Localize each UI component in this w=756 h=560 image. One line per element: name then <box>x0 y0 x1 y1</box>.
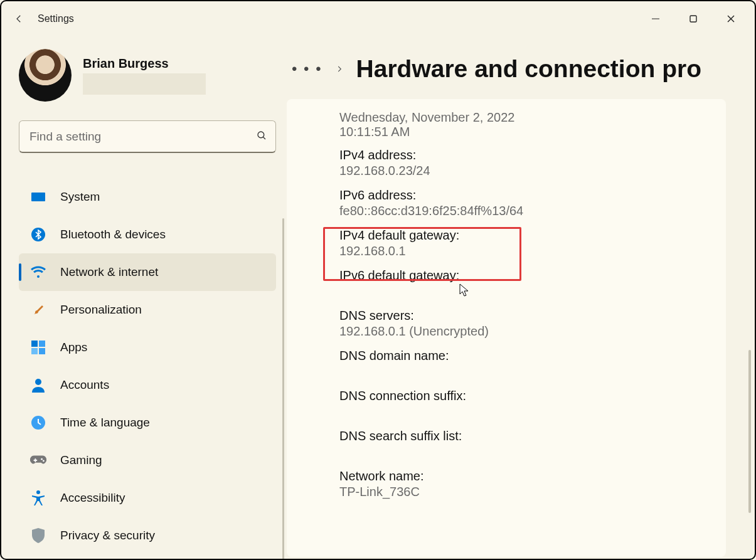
user-icon <box>30 377 46 393</box>
ipv4-address-label: IPv4 address: <box>339 143 726 162</box>
chevron-right-icon <box>335 62 344 77</box>
close-button[interactable] <box>712 6 750 31</box>
content-area: • • • Hardware and connection pro Wednes… <box>287 36 755 559</box>
svg-rect-10 <box>31 348 38 354</box>
svg-rect-8 <box>31 341 38 347</box>
sidebar-item-network[interactable]: Network & internet <box>19 253 276 291</box>
ipv6-gateway-value <box>339 283 726 304</box>
network-name-value: TP-Link_736C <box>339 483 726 504</box>
bluetooth-icon <box>30 226 46 243</box>
ipv4-gateway-label: IPv4 default gateway: <box>339 223 726 243</box>
maximize-button[interactable] <box>674 6 712 31</box>
sidebar-item-accessibility[interactable]: Accessibility <box>19 479 276 517</box>
sidebar-item-label: System <box>60 190 100 204</box>
ipv6-address-label: IPv6 address: <box>339 183 726 203</box>
dns-domain-label: DNS domain name: <box>339 344 726 363</box>
minimize-button[interactable] <box>637 6 674 31</box>
system-icon <box>30 189 46 205</box>
accessibility-icon <box>30 490 46 506</box>
sidebar-item-gaming[interactable]: Gaming <box>19 441 276 479</box>
svg-point-15 <box>43 460 45 462</box>
content-scrollbar[interactable] <box>748 350 751 513</box>
svg-rect-9 <box>39 341 45 347</box>
search-input[interactable] <box>19 120 276 153</box>
svg-point-14 <box>41 458 43 460</box>
svg-point-4 <box>258 132 264 138</box>
network-name-label: Network name: <box>339 464 726 483</box>
clock-icon <box>30 415 46 431</box>
sidebar-item-apps[interactable]: Apps <box>19 329 276 366</box>
profile-block[interactable]: Brian Burgess <box>19 49 274 102</box>
sidebar-item-personalization[interactable]: Personalization <box>19 291 276 329</box>
titlebar: Settings <box>1 1 755 36</box>
dns-conn-suffix-value <box>339 403 726 424</box>
lease-time: 10:11:51 AM <box>339 125 726 143</box>
brush-icon <box>30 302 46 318</box>
details-panel: Wednesday, November 2, 2022 10:11:51 AM … <box>287 99 726 557</box>
dns-servers-value: 192.168.0.1 (Unencrypted) <box>339 323 726 344</box>
svg-rect-17 <box>35 458 36 462</box>
sidebar-item-label: Privacy & security <box>60 529 155 542</box>
sidebar-item-label: Gaming <box>60 453 102 467</box>
svg-rect-11 <box>39 348 45 354</box>
nav-list: System Bluetooth & devices Network & int… <box>19 178 276 554</box>
ipv6-address-value: fe80::86cc:d319:6f25:84ff%13/64 <box>339 203 726 223</box>
dns-servers-label: DNS servers: <box>339 304 726 323</box>
wifi-icon <box>30 264 46 280</box>
window-title: Settings <box>38 13 74 24</box>
sidebar-item-time[interactable]: Time & language <box>19 404 276 441</box>
avatar <box>19 49 72 102</box>
profile-email-redacted <box>83 73 206 95</box>
search-icon <box>256 130 267 144</box>
dns-domain-value <box>339 363 726 384</box>
apps-icon <box>30 339 46 356</box>
dns-search-suffix-label: DNS search suffix list: <box>339 424 726 443</box>
sidebar-item-label: Personalization <box>60 303 142 317</box>
sidebar: Brian Burgess System Bluetooth & de <box>1 36 287 559</box>
sidebar-item-label: Apps <box>60 341 87 354</box>
search-wrapper <box>19 120 276 153</box>
gamepad-icon <box>30 452 46 468</box>
sidebar-item-label: Bluetooth & devices <box>60 228 166 241</box>
sidebar-item-label: Network & internet <box>60 265 158 279</box>
svg-point-18 <box>36 490 40 494</box>
sidebar-item-privacy[interactable]: Privacy & security <box>19 517 276 554</box>
svg-line-5 <box>263 137 265 139</box>
sidebar-item-system[interactable]: System <box>19 178 276 216</box>
ipv4-gateway-value: 192.168.0.1 <box>339 243 726 263</box>
sidebar-item-accounts[interactable]: Accounts <box>19 366 276 404</box>
shield-icon <box>30 527 46 544</box>
dns-search-suffix-value <box>339 443 726 464</box>
sidebar-item-label: Accessibility <box>60 491 125 505</box>
svg-rect-1 <box>690 16 696 22</box>
sidebar-item-label: Time & language <box>60 416 150 430</box>
svg-point-12 <box>35 379 41 385</box>
dns-conn-suffix-label: DNS connection suffix: <box>339 384 726 403</box>
ipv4-address-value: 192.168.0.23/24 <box>339 162 726 183</box>
back-button[interactable] <box>6 6 31 31</box>
lease-date: Wednesday, November 2, 2022 <box>339 110 726 125</box>
profile-name: Brian Burgess <box>83 56 206 71</box>
breadcrumb-overflow-icon[interactable]: • • • <box>292 61 322 77</box>
sidebar-scrollbar[interactable] <box>282 218 284 560</box>
sidebar-item-bluetooth[interactable]: Bluetooth & devices <box>19 216 276 253</box>
sidebar-item-label: Accounts <box>60 378 109 392</box>
page-title: Hardware and connection pro <box>356 55 701 83</box>
ipv6-gateway-label: IPv6 default gateway: <box>339 263 726 283</box>
svg-rect-6 <box>31 193 45 201</box>
breadcrumb: • • • Hardware and connection pro <box>287 55 755 83</box>
